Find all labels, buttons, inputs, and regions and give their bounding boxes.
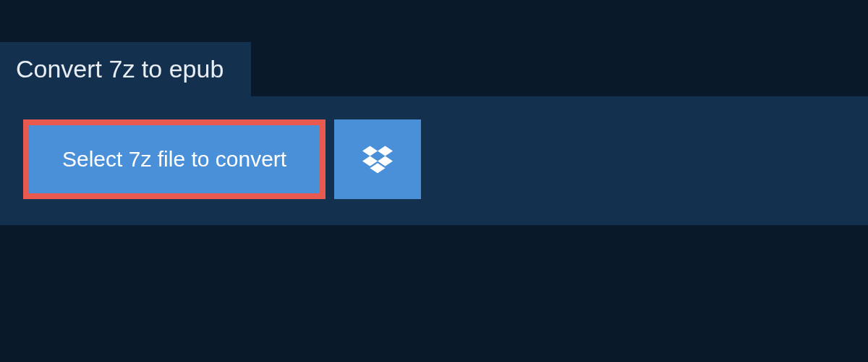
button-row: Select 7z file to convert bbox=[23, 119, 845, 199]
tab-header: Convert 7z to epub bbox=[0, 42, 251, 96]
dropbox-icon bbox=[362, 143, 393, 176]
page-title: Convert 7z to epub bbox=[16, 55, 224, 83]
content-panel: Select 7z file to convert bbox=[0, 96, 868, 225]
select-file-button[interactable]: Select 7z file to convert bbox=[23, 119, 326, 199]
dropbox-button[interactable] bbox=[334, 119, 421, 199]
